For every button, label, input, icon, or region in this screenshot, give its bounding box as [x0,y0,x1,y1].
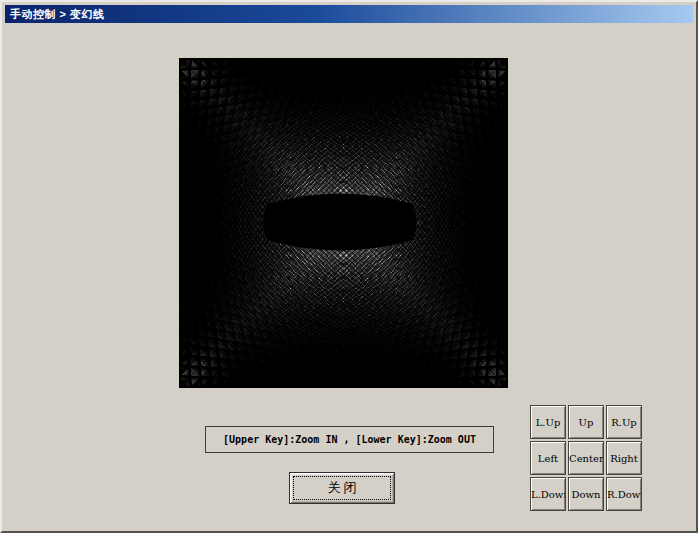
window-title: 手动控制 > 变幻线 [10,7,105,22]
dpad-left-up-button[interactable]: L.Up [530,405,566,439]
direction-pad: L.Up Up R.Up Left Center Right L.Down Do… [530,405,642,511]
titlebar: 手动控制 > 变幻线 [5,5,693,23]
dpad-center-button[interactable]: Center [568,441,604,475]
dpad-left-button[interactable]: Left [530,441,566,475]
dpad-right-up-button[interactable]: R.Up [606,405,642,439]
dpad-up-button[interactable]: Up [568,405,604,439]
dpad-right-button[interactable]: Right [606,441,642,475]
close-button-label: 关闭 [293,476,391,500]
pattern-canvas [179,58,508,388]
dpad-left-down-button[interactable]: L.Down [530,477,566,511]
zoom-hint-text: [Upper Key]:Zoom IN , [Lower Key]:Zoom O… [223,434,476,445]
dpad-right-down-button[interactable]: R.Down [606,477,642,511]
zoom-hint-box: [Upper Key]:Zoom IN , [Lower Key]:Zoom O… [205,426,494,453]
close-button[interactable]: 关闭 [289,472,395,504]
dpad-down-button[interactable]: Down [568,477,604,511]
app-window: 手动控制 > 变幻线 [Upper Key]:Zoom IN , [Lower … [0,0,698,533]
